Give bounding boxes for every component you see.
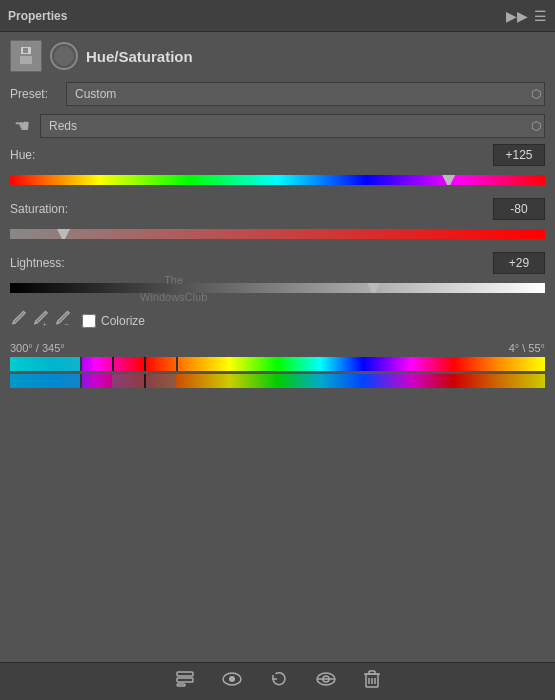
preset-select[interactable]: Custom Default Cyanotype Increase Red Ol… — [66, 82, 545, 106]
channel-select-wrapper: Reds Master Yellows Greens Cyans Blues M… — [40, 114, 545, 138]
spectrum-top-bar — [10, 357, 545, 371]
colorize-label[interactable]: Colorize — [82, 314, 145, 328]
hue-thumb[interactable] — [442, 175, 456, 185]
mask-icon — [50, 42, 78, 70]
hue-header: Hue: +125 — [10, 144, 545, 166]
svg-point-4 — [15, 322, 17, 324]
forward-icon[interactable]: ▶▶ — [506, 8, 528, 24]
header-icons: ▶▶ ☰ — [506, 8, 547, 24]
svg-rect-8 — [177, 678, 193, 682]
eyedropper-add-button[interactable]: + — [32, 310, 50, 332]
hand-tool-icon[interactable]: ☚ — [10, 115, 34, 137]
colorize-text: Colorize — [101, 314, 145, 328]
svg-text:−: − — [65, 320, 70, 329]
hue-value[interactable]: +125 — [493, 144, 545, 166]
svg-rect-2 — [20, 56, 32, 64]
spectrum-right-label: 4° \ 55° — [509, 342, 545, 354]
hue-track — [10, 175, 545, 185]
colorize-row: + − Colorize — [10, 310, 545, 332]
reds-row: ☚ Reds Master Yellows Greens Cyans Blues… — [10, 114, 545, 138]
lightness-track-container[interactable] — [10, 278, 545, 298]
lightness-label: Lightness: — [10, 256, 65, 270]
layer-title-row: Hue/Saturation — [10, 40, 545, 72]
svg-rect-3 — [23, 48, 28, 53]
colorize-checkbox[interactable] — [82, 314, 96, 328]
saturation-track-container[interactable] — [10, 224, 545, 244]
layer-comp-button[interactable] — [171, 666, 199, 697]
lightness-header: Lightness: +29 — [10, 252, 545, 274]
delete-button[interactable] — [359, 665, 385, 698]
spectrum-bottom-bar — [10, 374, 545, 388]
eyedropper-button-1[interactable] — [10, 310, 28, 332]
layer-save-icon — [10, 40, 42, 72]
panel-title: Properties — [8, 9, 67, 23]
eyedropper-group: + − — [10, 310, 72, 332]
lightness-thumb[interactable] — [367, 283, 381, 293]
preset-select-wrapper: Custom Default Cyanotype Increase Red Ol… — [66, 82, 545, 106]
properties-panel: Properties ▶▶ ☰ TheWindowsClub Hu — [0, 0, 555, 700]
hue-label: Hue: — [10, 148, 35, 162]
spectrum-left-label: 300° / 345° — [10, 342, 65, 354]
lightness-track — [10, 283, 545, 293]
saturation-thumb[interactable] — [57, 229, 71, 239]
lightness-value[interactable]: +29 — [493, 252, 545, 274]
menu-icon[interactable]: ☰ — [534, 8, 547, 24]
panel-header: Properties ▶▶ ☰ — [0, 0, 555, 32]
layer-name: Hue/Saturation — [86, 48, 193, 65]
saturation-header: Saturation: -80 — [10, 198, 545, 220]
preset-row: Preset: Custom Default Cyanotype Increas… — [10, 82, 545, 106]
preset-label: Preset: — [10, 87, 58, 101]
saturation-label: Saturation: — [10, 202, 68, 216]
visibility-button[interactable] — [217, 667, 247, 696]
hue-track-container[interactable] — [10, 170, 545, 190]
lightness-section: Lightness: +29 — [10, 252, 545, 298]
spectrum-section: 300° / 345° 4° \ 55° — [10, 342, 545, 391]
saturation-section: Saturation: -80 — [10, 198, 545, 244]
channel-select[interactable]: Reds Master Yellows Greens Cyans Blues M… — [40, 114, 545, 138]
saturation-track — [10, 229, 545, 239]
panel-footer — [0, 662, 555, 700]
spectrum-labels: 300° / 345° 4° \ 55° — [10, 342, 545, 354]
eye-mask-button[interactable] — [311, 667, 341, 696]
reset-button[interactable] — [265, 665, 293, 698]
hue-section: Hue: +125 — [10, 144, 545, 190]
eyedropper-subtract-button[interactable]: − — [54, 310, 72, 332]
svg-point-11 — [229, 676, 235, 682]
svg-text:+: + — [43, 320, 48, 329]
saturation-value[interactable]: -80 — [493, 198, 545, 220]
svg-rect-9 — [177, 684, 185, 686]
panel-content: TheWindowsClub Hue/Saturation Preset: — [0, 32, 555, 662]
svg-rect-7 — [177, 672, 193, 676]
